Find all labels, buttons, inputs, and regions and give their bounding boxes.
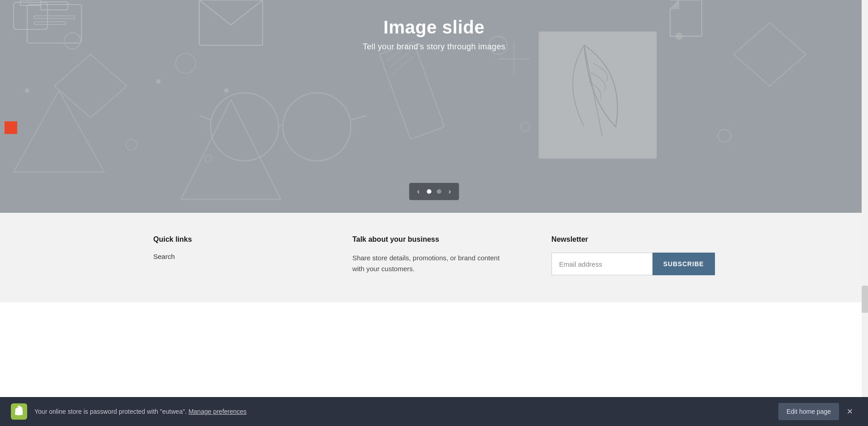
slideshow-controls: ‹ ›	[409, 183, 459, 200]
svg-point-28	[718, 129, 731, 142]
footer: Quick links Search Talk about your busin…	[0, 213, 868, 302]
svg-line-7	[278, 124, 283, 127]
svg-rect-3	[34, 22, 66, 24]
svg-marker-23	[181, 100, 281, 199]
svg-point-6	[283, 93, 351, 161]
newsletter-form: SUBSCRIBE	[551, 253, 715, 275]
svg-rect-24	[539, 32, 657, 158]
svg-point-16	[156, 79, 161, 84]
svg-rect-2	[34, 16, 75, 19]
scrollbar-thumb[interactable]	[862, 286, 868, 302]
email-input[interactable]	[551, 253, 652, 275]
svg-point-29	[521, 122, 530, 131]
svg-rect-18	[199, 0, 263, 45]
svg-point-11	[64, 33, 81, 49]
slide-dot-2[interactable]	[437, 189, 441, 194]
slide-dot-1[interactable]	[427, 189, 432, 194]
svg-rect-19	[379, 42, 445, 139]
slide-prev-button[interactable]: ‹	[415, 187, 421, 196]
svg-point-17	[224, 88, 229, 93]
newsletter-heading: Newsletter	[551, 235, 715, 244]
svg-point-14	[176, 53, 196, 73]
svg-marker-36	[670, 0, 679, 9]
slide-next-button[interactable]: ›	[447, 187, 453, 196]
svg-line-9	[351, 115, 367, 120]
scrollbar-track	[862, 0, 868, 302]
hero-subtitle: Tell your brand's story through images	[363, 42, 505, 52]
quick-links-heading: Quick links	[153, 235, 307, 244]
hero-title: Image slide	[363, 17, 505, 38]
subscribe-button[interactable]: SUBSCRIBE	[652, 253, 715, 275]
svg-line-8	[199, 115, 211, 120]
svg-point-13	[205, 155, 212, 162]
newsletter-column: Newsletter SUBSCRIBE	[551, 235, 715, 275]
red-indicator	[5, 121, 17, 134]
hero-text-block: Image slide Tell your brand's story thro…	[363, 17, 505, 52]
search-link[interactable]: Search	[153, 253, 307, 260]
hero-section: Image slide Tell your brand's story thro…	[0, 0, 868, 213]
svg-marker-4	[14, 91, 104, 172]
business-text: Share store details, promotions, or bran…	[352, 253, 506, 274]
business-column: Talk about your business Share store det…	[352, 235, 506, 274]
svg-marker-30	[734, 23, 806, 86]
svg-rect-1	[41, 2, 68, 10]
svg-point-12	[126, 139, 137, 150]
svg-marker-10	[54, 54, 127, 118]
svg-point-15	[25, 88, 29, 93]
footer-columns: Quick links Search Talk about your busin…	[117, 235, 751, 275]
business-heading: Talk about your business	[352, 235, 506, 244]
quick-links-column: Quick links Search	[153, 235, 307, 260]
